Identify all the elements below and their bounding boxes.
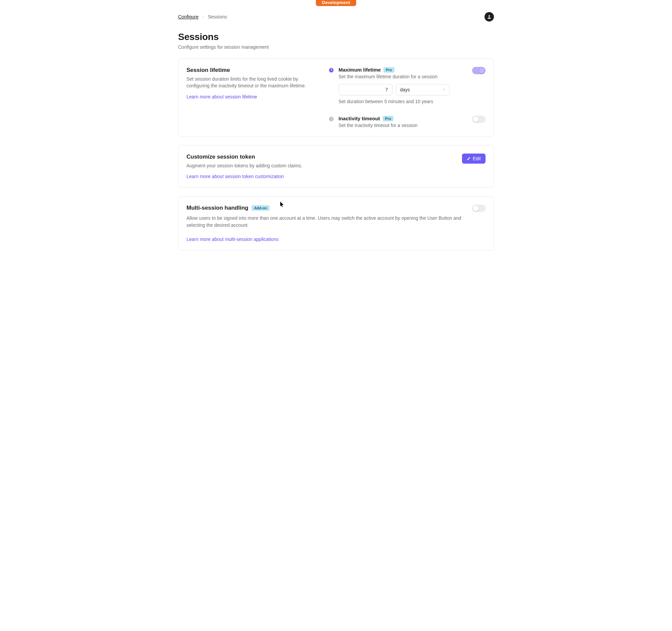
breadcrumb: Configure Sessions	[178, 14, 227, 20]
session-lifetime-title: Session lifetime	[187, 67, 315, 74]
svg-point-0	[488, 15, 490, 17]
maximum-lifetime-toggle[interactable]	[472, 67, 485, 74]
maximum-lifetime-value-input[interactable]	[339, 84, 392, 95]
customize-token-learn-link[interactable]: Learn more about session token customiza…	[187, 174, 284, 179]
breadcrumb-configure[interactable]: Configure	[178, 14, 198, 20]
inactivity-timeout-sub: Set the inactivity timeout for a session	[339, 123, 418, 128]
maximum-lifetime-setting: Maximum lifetime Pro Set the maximum lif…	[329, 67, 486, 104]
customize-token-desc: Augment your session tokens by adding cu…	[187, 162, 455, 169]
user-icon	[487, 15, 491, 19]
customize-token-title: Customize session token	[187, 153, 455, 160]
edit-button[interactable]: Edit	[462, 153, 485, 164]
maximum-lifetime-sub: Set the maximum lifetime duration for a …	[339, 74, 438, 79]
maximum-lifetime-unit-label: days	[400, 87, 410, 92]
multi-session-learn-link[interactable]: Learn more about multi-session applicati…	[187, 237, 279, 242]
avatar[interactable]	[484, 12, 494, 22]
page-title: Sessions	[178, 31, 494, 42]
edit-button-label: Edit	[473, 156, 481, 161]
inactivity-timeout-setting: Inactivity timeout Pro Set the inactivit…	[329, 116, 486, 128]
multi-session-toggle[interactable]	[472, 204, 485, 212]
addon-badge: Add-on	[252, 205, 269, 211]
page-subtitle: Configure settings for session managemen…	[178, 44, 494, 50]
session-lifetime-card: Session lifetime Set session duration li…	[178, 58, 494, 137]
customize-token-card: Customize session token Augment your ses…	[178, 145, 494, 188]
multi-session-desc: Allow users to be signed into more than …	[187, 215, 465, 228]
clock-icon	[329, 67, 335, 104]
inactivity-timeout-toggle[interactable]	[472, 116, 485, 123]
maximum-lifetime-unit-select[interactable]: days	[396, 84, 450, 95]
chevron-down-icon	[442, 87, 446, 92]
inactivity-timeout-title: Inactivity timeout	[339, 116, 380, 121]
clock-icon	[329, 116, 335, 128]
pro-badge: Pro	[383, 116, 393, 121]
pencil-icon	[467, 156, 471, 161]
maximum-lifetime-title: Maximum lifetime	[339, 67, 381, 73]
multi-session-card: Multi-session handling Add-on Allow user…	[178, 196, 494, 250]
environment-badge: Development	[316, 0, 356, 6]
breadcrumb-current: Sessions	[208, 14, 227, 20]
maximum-lifetime-hint: Set duration between 5 minutes and 10 ye…	[339, 99, 486, 104]
chevron-right-icon	[202, 15, 205, 19]
session-lifetime-learn-link[interactable]: Learn more about session lifetime	[187, 94, 257, 99]
session-lifetime-desc: Set session duration limits for the long…	[187, 76, 315, 89]
multi-session-title: Multi-session handling	[187, 204, 248, 211]
pro-badge: Pro	[383, 67, 394, 73]
